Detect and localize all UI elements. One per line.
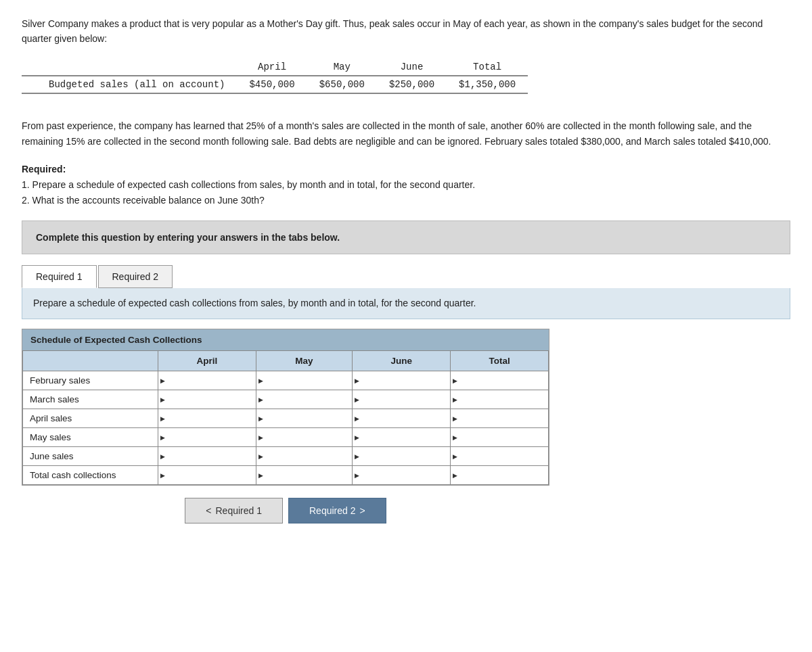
required-item-1: 1. Prepare a schedule of expected cash c…	[22, 177, 790, 193]
schedule-row-label: April sales	[23, 409, 158, 428]
instruction-box: Complete this question by entering your …	[22, 220, 790, 254]
schedule-row-label: March sales	[23, 390, 158, 409]
required-item-2: 2. What is the accounts receivable balan…	[22, 193, 790, 208]
intro-paragraph2: From past experience, the company has le…	[22, 118, 790, 149]
prev-button-label: Required 1	[216, 505, 263, 516]
schedule-table: April May June Total February salesMarch…	[22, 350, 549, 485]
schedule-input-cell[interactable]	[256, 409, 353, 428]
required-section: Required: 1. Prepare a schedule of expec…	[22, 162, 790, 208]
budget-val-april: $450,000	[237, 76, 307, 93]
schedule-input[interactable]	[164, 470, 250, 480]
budget-col-total: Total	[447, 59, 528, 76]
schedule-input[interactable]	[262, 394, 347, 404]
schedule-header-april: April	[158, 351, 256, 371]
schedule-input-cell[interactable]	[158, 371, 256, 390]
schedule-header-total: Total	[451, 351, 549, 371]
budget-val-total: $1,350,000	[447, 76, 528, 93]
intro-paragraph1: Silver Company makes a product that is v…	[22, 16, 790, 47]
budget-row-label: Budgeted sales (all on account)	[22, 76, 237, 93]
budget-val-may: $650,000	[307, 76, 377, 93]
schedule-input[interactable]	[358, 394, 445, 404]
schedule-input[interactable]	[164, 394, 250, 404]
required-header: Required:	[22, 164, 66, 174]
schedule-header-may: May	[256, 351, 353, 371]
schedule-row-label: June sales	[23, 447, 158, 466]
schedule-input[interactable]	[358, 432, 445, 442]
schedule-input[interactable]	[262, 432, 347, 442]
schedule-input-cell[interactable]	[353, 447, 451, 466]
schedule-input-cell[interactable]	[451, 390, 549, 409]
instruction-text: Complete this question by entering your …	[36, 232, 340, 243]
schedule-input[interactable]	[456, 394, 543, 404]
budget-col-june: June	[377, 59, 447, 76]
schedule-header-label	[23, 351, 158, 371]
next-chevron-icon: >	[360, 505, 365, 516]
schedule-input-cell[interactable]	[158, 447, 256, 466]
schedule-row-label: May sales	[23, 428, 158, 447]
schedule-input-cell[interactable]	[353, 428, 451, 447]
schedule-header-june: June	[353, 351, 451, 371]
tab-required1[interactable]: Required 1	[22, 265, 97, 288]
schedule-input[interactable]	[262, 375, 347, 386]
schedule-input-cell[interactable]	[451, 371, 549, 390]
schedule-input[interactable]	[164, 375, 250, 386]
schedule-input-cell[interactable]	[256, 447, 353, 466]
schedule-input-cell[interactable]	[353, 466, 451, 485]
schedule-input-cell[interactable]	[353, 409, 451, 428]
bottom-nav: < Required 1 Required 2 >	[22, 498, 549, 523]
schedule-input[interactable]	[262, 413, 347, 423]
tab-required2[interactable]: Required 2	[98, 265, 173, 288]
schedule-input-cell[interactable]	[256, 390, 353, 409]
next-button[interactable]: Required 2 >	[288, 498, 386, 523]
schedule-input-cell[interactable]	[256, 371, 353, 390]
budget-table: April May June Total Budgeted sales (all…	[22, 59, 528, 94]
prev-chevron-icon: <	[206, 505, 211, 516]
next-button-label: Required 2	[309, 505, 356, 516]
tabs-row: Required 1 Required 2	[22, 265, 790, 288]
tab-instruction: Prepare a schedule of expected cash coll…	[22, 288, 790, 319]
schedule-input-cell[interactable]	[256, 466, 353, 485]
schedule-input[interactable]	[456, 470, 543, 480]
schedule-input[interactable]	[262, 451, 347, 461]
schedule-input-cell[interactable]	[158, 466, 256, 485]
schedule-input[interactable]	[358, 413, 445, 423]
schedule-input-cell[interactable]	[158, 428, 256, 447]
schedule-row-label: February sales	[23, 371, 158, 390]
budget-col-april: April	[237, 59, 307, 76]
schedule-input-cell[interactable]	[158, 409, 256, 428]
schedule-input[interactable]	[358, 470, 445, 480]
budget-val-june: $250,000	[377, 76, 447, 93]
schedule-input[interactable]	[164, 432, 250, 442]
schedule-input-cell[interactable]	[353, 371, 451, 390]
schedule-title: Schedule of Expected Cash Collections	[22, 329, 549, 350]
schedule-input[interactable]	[358, 375, 445, 386]
tab-container: Required 1 Required 2 Prepare a schedule…	[22, 265, 790, 523]
schedule-input[interactable]	[164, 451, 250, 461]
schedule-input-cell[interactable]	[451, 428, 549, 447]
schedule-row-label: Total cash collections	[23, 466, 158, 485]
schedule-input[interactable]	[358, 451, 445, 461]
schedule-input[interactable]	[456, 451, 543, 461]
schedule-wrapper: Schedule of Expected Cash Collections Ap…	[22, 329, 549, 486]
budget-col-may: May	[307, 59, 377, 76]
schedule-input[interactable]	[456, 432, 543, 442]
schedule-input-cell[interactable]	[451, 466, 549, 485]
schedule-input-cell[interactable]	[451, 447, 549, 466]
schedule-input[interactable]	[164, 413, 250, 423]
prev-button[interactable]: < Required 1	[185, 498, 283, 523]
schedule-input[interactable]	[456, 413, 543, 423]
budget-label-spacer	[22, 59, 237, 76]
schedule-input[interactable]	[456, 375, 543, 386]
schedule-input-cell[interactable]	[451, 409, 549, 428]
schedule-input-cell[interactable]	[353, 390, 451, 409]
schedule-input[interactable]	[262, 470, 347, 480]
schedule-input-cell[interactable]	[158, 390, 256, 409]
schedule-input-cell[interactable]	[256, 428, 353, 447]
